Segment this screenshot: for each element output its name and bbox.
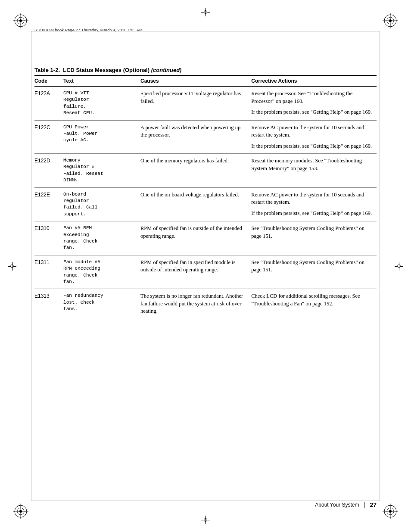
cell-text: Memory Regulator # Failed. Reseat DIMMs. (63, 154, 140, 188)
reg-mark-right (395, 262, 403, 271)
cell-causes: One of the on-board voltage regulators f… (140, 187, 251, 221)
col-header-code: Code (34, 75, 63, 87)
table-row: E122EOn-board regulator failed. Call sup… (34, 187, 377, 221)
footer-section-label: About Your System (315, 502, 359, 508)
table-row: E122ACPU # VTT Regulator failure. Reseat… (34, 87, 377, 121)
reg-mark-bottom (201, 516, 210, 524)
table-title-number: Table 1-2. (34, 67, 60, 73)
cell-causes: The system is no longer fan redundant. A… (140, 289, 251, 319)
cell-actions: Remove AC power to the system for 10 sec… (251, 187, 377, 221)
action-paragraph: Check LCD for additional scrolling messa… (251, 292, 373, 308)
cell-actions: See "Troubleshooting System Cooling Prob… (251, 255, 377, 289)
page-footer: About Your System 27 (34, 501, 377, 508)
action-paragraph: See "Troubleshooting System Cooling Prob… (251, 225, 373, 240)
action-paragraph: If the problem persists, see "Getting He… (251, 210, 373, 218)
corner-mark-tl (12, 12, 29, 29)
cell-code: E122A (34, 87, 63, 121)
table-row: E1313Fan redundancy lost. Check fans.The… (34, 289, 377, 319)
header-info-text: R310HOM.book Page 27 Thursday, March 4, … (34, 28, 143, 32)
action-paragraph: If the problem persists, see "Getting He… (251, 109, 373, 116)
cell-actions: Reseat the processor. See "Troubleshooti… (251, 87, 377, 121)
header-info: R310HOM.book Page 27 Thursday, March 4, … (34, 26, 377, 32)
action-paragraph: Reseat the memory modules. See "Troubles… (251, 157, 373, 172)
cell-text: Fan module ## RPM exceeding range. Check… (63, 255, 140, 289)
action-paragraph: Reseat the processor. See "Troubleshooti… (251, 90, 373, 105)
action-paragraph: Remove AC power to the system for 10 sec… (251, 191, 373, 206)
svg-point-9 (389, 20, 392, 22)
table-row: E1310Fan ## RPM exceeding range. Check f… (34, 221, 377, 255)
table-title: Table 1-2. LCD Status Messages (Optional… (34, 67, 377, 73)
table-row: E1311Fan module ## RPM exceeding range. … (34, 255, 377, 289)
cell-code: E122C (34, 120, 63, 154)
cell-text: On-board regulator failed. Call support. (63, 187, 140, 221)
action-paragraph: Remove AC power to the system for 10 sec… (251, 124, 373, 139)
svg-point-19 (389, 510, 392, 513)
lcd-status-table: Code Text Causes Corrective Actions E122… (34, 75, 377, 319)
cell-causes: RPM of specified fan is outside of the i… (140, 221, 251, 255)
cell-text: CPU Power Fault. Power cycle AC. (63, 120, 140, 154)
cell-causes: One of the memory regulators has failed. (140, 154, 251, 188)
page: R310HOM.book Page 27 Thursday, March 4, … (0, 0, 411, 532)
cell-code: E122D (34, 154, 63, 188)
table-row: E122CCPU Power Fault. Power cycle AC.A p… (34, 120, 377, 154)
cell-actions: Remove AC power to the system for 10 sec… (251, 120, 377, 154)
cell-code: E1311 (34, 255, 63, 289)
corner-mark-tr (382, 12, 399, 29)
svg-point-14 (20, 510, 22, 513)
footer-divider (364, 502, 364, 508)
table-header-row: Code Text Causes Corrective Actions (34, 75, 377, 87)
corner-mark-bl (12, 503, 29, 520)
reg-mark-top (201, 8, 210, 16)
action-paragraph: See "Troubleshooting System Cooling Prob… (251, 259, 373, 274)
col-header-actions: Corrective Actions (251, 75, 377, 87)
cell-text: CPU # VTT Regulator failure. Reseat CPU. (63, 87, 140, 121)
cell-code: E1310 (34, 221, 63, 255)
cell-causes: A power fault was detected when powering… (140, 120, 251, 154)
cell-text: Fan ## RPM exceeding range. Check fan. (63, 221, 140, 255)
cell-code: E1313 (34, 289, 63, 319)
table-row: E122DMemory Regulator # Failed. Reseat D… (34, 154, 377, 188)
col-header-text: Text (63, 75, 140, 87)
cell-code: E122E (34, 187, 63, 221)
action-paragraph: If the problem persists, see "Getting He… (251, 143, 373, 150)
corner-mark-br (382, 503, 399, 520)
svg-point-4 (20, 20, 22, 22)
cell-text: Fan redundancy lost. Check fans. (63, 289, 140, 319)
main-content: Table 1-2. LCD Status Messages (Optional… (34, 67, 377, 319)
footer-page-number: 27 (370, 501, 377, 508)
cell-actions: Check LCD for additional scrolling messa… (251, 289, 377, 319)
table-title-suffix: (continued) (151, 67, 182, 73)
cell-causes: Specified processor VTT voltage regulato… (140, 87, 251, 121)
cell-actions: Reseat the memory modules. See "Troubles… (251, 154, 377, 188)
col-header-causes: Causes (140, 75, 251, 87)
table-title-main: LCD Status Messages (Optional) (63, 67, 149, 73)
footer-text: About Your System 27 (315, 501, 377, 508)
cell-actions: See "Troubleshooting System Cooling Prob… (251, 221, 377, 255)
cell-causes: RPM of specified fan in specified module… (140, 255, 251, 289)
reg-mark-left (8, 262, 16, 271)
